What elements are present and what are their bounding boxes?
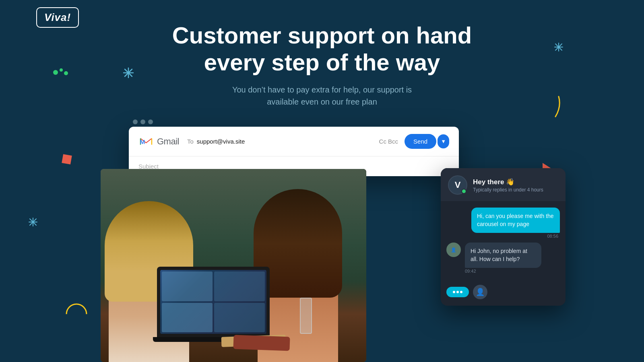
gmail-logo-text: Gmail <box>157 136 179 147</box>
support-avatar-image: 👤 <box>451 247 456 253</box>
support-message-time: 09:42 <box>465 269 560 274</box>
chat-user-avatar: 👤 <box>473 285 487 299</box>
support-avatar: 👤 <box>446 243 461 257</box>
hero-section: Customer support on hand every step of t… <box>0 22 644 108</box>
gmail-send-arrow-button[interactable]: ▼ <box>438 134 449 148</box>
hero-title: Customer support on hand every step of t… <box>0 22 644 76</box>
gmail-logo: M Gmail <box>138 136 179 147</box>
window-dot-1 <box>133 119 138 124</box>
typing-dot-1 <box>453 291 455 293</box>
support-message-group: 👤 Hi John, no problem at all. How can I … <box>446 243 560 274</box>
chat-typing-button[interactable] <box>446 287 469 297</box>
chat-greeting: Hey there 👋 <box>473 178 558 186</box>
window-dot-3 <box>148 119 153 124</box>
user-message-group: Hi, can you please me with the carousel … <box>446 208 560 239</box>
chat-reply-time: Typically replies in under 4 hours <box>473 187 558 193</box>
online-badge <box>461 189 466 194</box>
support-message-text: Hi John, no problem at all. How can I he… <box>471 248 527 262</box>
window-dots <box>133 119 153 124</box>
chat-header-info: Hey there 👋 Typically replies in under 4… <box>473 178 558 193</box>
star-decoration-teal <box>28 217 38 228</box>
gmail-send-button[interactable]: Send <box>405 134 436 149</box>
support-message: Hi John, no problem at all. How can I he… <box>465 243 541 268</box>
chat-input-row: 👤 <box>441 280 566 306</box>
hero-subtitle-line1: You don’t have to pay extra for help, ou… <box>232 85 412 94</box>
gmail-to-row: To support@viva.site <box>187 138 379 145</box>
laptop <box>157 267 270 342</box>
photo-area <box>101 169 366 362</box>
gmail-to-label: To <box>187 138 194 145</box>
gmail-to-value: support@viva.site <box>197 138 379 145</box>
wallet <box>233 335 290 351</box>
gmail-header: M Gmail To support@viva.site Cc Bcc Send… <box>129 127 459 156</box>
gmail-send-group: Send ▼ <box>405 134 449 149</box>
window-dot-2 <box>140 119 145 124</box>
user-message: Hi, can you please me with the carousel … <box>471 208 560 233</box>
svg-line-14 <box>30 219 36 225</box>
gmail-cc-bcc[interactable]: Cc Bcc <box>379 138 398 145</box>
svg-line-13 <box>30 219 36 225</box>
chat-support-avatar: V <box>448 175 467 195</box>
drink-glass <box>298 298 314 338</box>
chat-header: V Hey there 👋 Typically replies in under… <box>441 168 566 201</box>
hero-subtitle-line2: available even on our free plan <box>267 97 377 106</box>
hero-title-line2: every step of the way <box>204 49 440 75</box>
rect-decoration-red <box>62 154 72 164</box>
semicircle-decoration <box>64 302 89 316</box>
hero-subtitle: You don’t have to pay extra for help, ou… <box>0 84 644 108</box>
avatar-letter: V <box>455 180 461 190</box>
chat-greeting-text: Hey there <box>473 178 504 186</box>
typing-dot-3 <box>460 291 462 293</box>
hero-title-line1: Customer support on hand <box>172 22 472 48</box>
chat-user-avatar-icon: 👤 <box>476 288 485 296</box>
typing-dot-2 <box>456 291 459 293</box>
chat-messages: Hi, can you please me with the carousel … <box>441 201 566 280</box>
svg-text:M: M <box>140 138 145 145</box>
logo-text: Viva! <box>44 11 71 23</box>
chat-greeting-emoji: 👋 <box>506 178 514 186</box>
user-message-text: Hi, can you please me with the carousel … <box>477 213 554 227</box>
chat-widget: V Hey there 👋 Typically replies in under… <box>441 168 566 306</box>
user-message-time: 08:56 <box>547 234 558 239</box>
photo-background <box>101 169 366 362</box>
support-message-row: 👤 Hi John, no problem at all. How can I … <box>446 243 560 268</box>
